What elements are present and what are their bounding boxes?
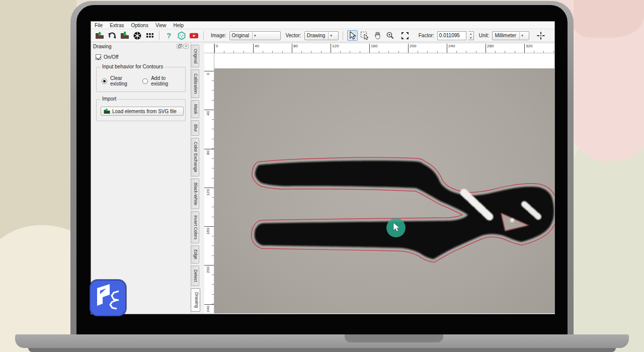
- menu-view[interactable]: View: [152, 22, 170, 29]
- unit-select[interactable]: Millimeter ▾: [492, 31, 529, 40]
- laptop-base: [15, 334, 629, 348]
- select-contour-icon: [360, 31, 369, 40]
- import-groupbox: Import Load elements from SVG file: [96, 99, 186, 121]
- menu-file[interactable]: File: [91, 22, 106, 29]
- onoff-checkbox[interactable]: [96, 54, 101, 60]
- menu-help[interactable]: Help: [170, 22, 187, 29]
- load-svg-label: Load elements from SVG file: [112, 109, 177, 114]
- open-project-button[interactable]: [94, 30, 105, 41]
- tab-invert-colors[interactable]: Invert Colors: [191, 211, 199, 243]
- menu-extras[interactable]: Extras: [106, 22, 127, 29]
- h-ruler-tick-160: 160: [369, 44, 408, 53]
- save-project-button[interactable]: [119, 30, 130, 41]
- dock-title: Drawing: [93, 44, 176, 49]
- fit-view-icon: [401, 32, 409, 40]
- tab-blur[interactable]: Blur: [191, 120, 199, 136]
- reload-icon: [108, 31, 117, 40]
- menu-options[interactable]: Options: [127, 22, 151, 29]
- vertical-ruler: 04080120160200240: [204, 53, 214, 313]
- pliers-contour-canvas: [214, 68, 555, 313]
- dock-header: Drawing ×: [91, 42, 191, 50]
- import-folder-icon: [104, 108, 110, 114]
- menu-bar: FileExtrasOptionsViewHelp: [91, 22, 554, 29]
- logo-monogram: [90, 280, 126, 316]
- tab-drawing[interactable]: Drawing: [191, 288, 200, 312]
- h-ruler-tick-120: 120: [331, 44, 369, 53]
- pliers-silhouette: [255, 160, 554, 259]
- app-window: FileExtrasOptionsViewHelp: [91, 21, 555, 314]
- tab-detect[interactable]: Detect: [191, 266, 199, 286]
- toolbar: ? Image: Original ▾ Vector: Drawing ▾: [91, 29, 554, 42]
- h-ruler-tick-0: 0: [214, 44, 253, 53]
- import-group-title: Import: [101, 96, 118, 102]
- fit-view-button[interactable]: [400, 30, 411, 41]
- spin-down-icon[interactable]: ▼: [468, 36, 473, 40]
- zoom-tool-button[interactable]: [385, 30, 395, 41]
- factor-label: Factor:: [419, 33, 434, 38]
- pliers-photo: [214, 68, 555, 313]
- contours-radio-row: Clear existing Add to existing: [97, 67, 185, 92]
- h-ruler-tick-200: 200: [408, 44, 447, 53]
- v-ruler-tick-120: 120: [204, 188, 214, 226]
- tab-edge[interactable]: Edge: [191, 245, 199, 263]
- h-ruler-tick-320: 320: [524, 44, 555, 53]
- load-svg-button[interactable]: Load elements from SVG file: [101, 107, 184, 116]
- hexagon-logo-button[interactable]: [176, 30, 187, 41]
- vector-select[interactable]: Drawing ▾: [304, 31, 339, 40]
- youtube-icon: [189, 31, 199, 40]
- aperture-button[interactable]: [132, 30, 142, 41]
- youtube-button[interactable]: [189, 30, 199, 41]
- toolbar-separator: [343, 31, 343, 40]
- pan-tool-button[interactable]: [372, 30, 383, 41]
- factor-spinner[interactable]: ▲▼: [468, 31, 474, 40]
- tile-grid-button[interactable]: [144, 30, 155, 41]
- h-ruler-tick-240: 240: [447, 44, 486, 53]
- factor-input[interactable]: [437, 31, 466, 40]
- tab-calibration[interactable]: Calibration: [191, 69, 199, 98]
- move-origin-button[interactable]: [535, 30, 546, 41]
- unit-select-value: Millimeter: [495, 33, 516, 38]
- close-icon: ×: [185, 44, 187, 48]
- v-ruler-tick-80: 80: [204, 149, 214, 188]
- ruler-corner: [204, 44, 214, 53]
- toolbar-separator: [203, 31, 204, 40]
- v-ruler-tick-40: 40: [204, 110, 214, 148]
- vector-label: Vector:: [286, 33, 301, 38]
- background-shape-pink-dark: [574, 0, 644, 38]
- h-ruler-tick-40: 40: [253, 44, 292, 53]
- toolbar-separator: [159, 31, 159, 40]
- select-contour-tool-button[interactable]: [360, 30, 370, 41]
- pointer-tool-button[interactable]: [347, 30, 358, 41]
- add-to-existing-radio[interactable]: [142, 78, 148, 84]
- tab-original[interactable]: Original: [191, 45, 199, 67]
- contours-group-title: Input behavior for Contours: [101, 64, 165, 69]
- spin-up-icon[interactable]: ▲: [468, 32, 473, 36]
- h-ruler-tick-280: 280: [486, 44, 524, 53]
- image-select-value: Original: [232, 33, 249, 38]
- help-button[interactable]: ?: [164, 30, 174, 41]
- drawing-dock-panel: Drawing × On/Off Input behavior for Cont…: [91, 42, 191, 314]
- tab-export[interactable]: Export: [191, 314, 199, 314]
- h-ruler-tick-80: 80: [292, 44, 331, 53]
- hand-icon: [373, 31, 382, 40]
- add-to-existing-label: Add to existing: [151, 75, 175, 86]
- reload-button[interactable]: [107, 30, 117, 41]
- horizontal-ruler: 04080120160200240280320: [214, 44, 555, 53]
- image-viewport[interactable]: [214, 53, 555, 313]
- v-ruler-tick-0: 0: [204, 71, 214, 110]
- onoff-label: On/Off: [104, 54, 118, 60]
- tab-black-white[interactable]: Black-White: [191, 179, 199, 209]
- image-select[interactable]: Original ▾: [229, 31, 281, 40]
- tab-mask[interactable]: Mask: [191, 100, 199, 118]
- onoff-row: On/Off: [96, 54, 191, 60]
- magnifier-icon: [386, 31, 394, 40]
- dock-float-button[interactable]: [177, 44, 182, 49]
- dock-close-button[interactable]: ×: [183, 44, 189, 49]
- aperture-icon: [133, 31, 142, 40]
- clear-existing-radio[interactable]: [102, 78, 107, 84]
- tab-color-exchange[interactable]: Color Exchange: [191, 138, 199, 176]
- chevron-down-icon: ▾: [328, 32, 334, 40]
- vector-select-value: Drawing: [307, 33, 326, 38]
- chevron-down-icon: ▾: [519, 32, 525, 40]
- chevron-down-icon: ▾: [252, 32, 258, 40]
